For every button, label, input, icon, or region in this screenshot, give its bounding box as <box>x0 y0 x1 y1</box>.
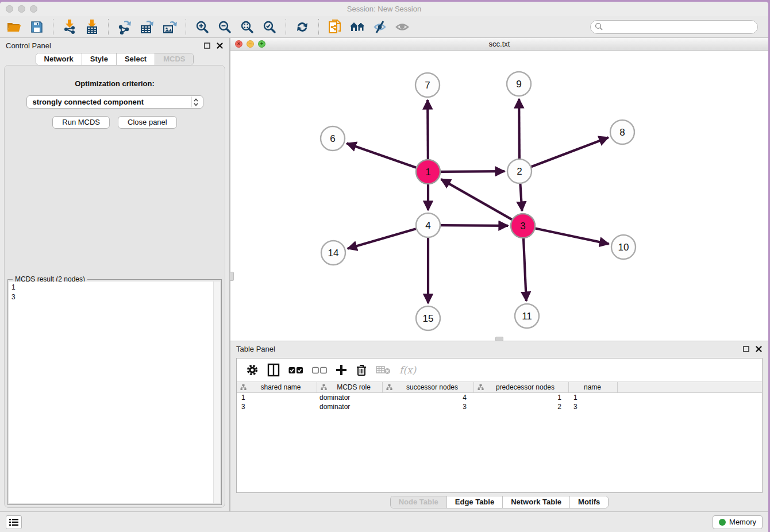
graph-node-4[interactable]: 4 <box>416 213 440 237</box>
tab-network[interactable]: Network <box>36 53 82 65</box>
graph-node-9[interactable]: 9 <box>507 72 531 96</box>
graph-node-10[interactable]: 10 <box>611 235 636 259</box>
horizontal-splitter-handle[interactable] <box>495 337 503 341</box>
cell-predecessor-nodes[interactable]: 1 <box>474 393 569 402</box>
graph-edge-4-3[interactable] <box>441 225 508 226</box>
open-session-icon[interactable] <box>6 19 23 35</box>
graph-edge-2-3[interactable] <box>520 184 522 211</box>
graph-edge-3-10[interactable] <box>536 229 609 244</box>
tab-mcds[interactable]: MCDS <box>155 53 193 65</box>
toggle-column-panel-icon[interactable] <box>267 363 280 377</box>
graph-edge-2-8[interactable] <box>532 137 609 167</box>
network-graph[interactable]: 7968124310141511 <box>230 51 765 341</box>
run-mcds-button[interactable]: Run MCDS <box>52 116 110 129</box>
tab-network-table[interactable]: Network Table <box>502 496 569 508</box>
cell-name[interactable]: 3 <box>569 402 618 411</box>
optimization-criterion-select[interactable]: strongly connected component <box>26 95 203 109</box>
cell-successor-nodes[interactable]: 3 <box>383 402 474 411</box>
graph-node-8[interactable]: 8 <box>610 120 634 144</box>
hide-graphics-details-icon[interactable] <box>371 19 388 35</box>
table-row[interactable]: 3 dominator 3 2 3 <box>237 402 762 411</box>
graph-node-7[interactable]: 7 <box>415 73 440 97</box>
flatten-icon <box>240 384 247 390</box>
optimization-criterion-label: Optimization criterion: <box>5 79 225 88</box>
graph-edge-4-14[interactable] <box>348 229 416 249</box>
graph-edge-2-9[interactable] <box>519 99 519 159</box>
table-toolbar: f(x) <box>237 358 762 381</box>
delete-column-icon[interactable] <box>356 364 367 376</box>
table-row[interactable]: 1 dominator 4 1 1 <box>237 393 762 402</box>
cell-successor-nodes[interactable]: 4 <box>383 393 474 402</box>
toolbar-separator <box>108 19 109 35</box>
table-settings-gear-icon[interactable] <box>246 364 259 376</box>
content-area: Control Panel Network Style Select MCDS <box>0 38 768 511</box>
export-image-icon[interactable] <box>161 19 178 35</box>
select-all-columns-icon[interactable] <box>288 367 303 374</box>
graph-edge-1-6[interactable] <box>347 144 417 168</box>
graph-node-15[interactable]: 15 <box>416 306 440 330</box>
control-panel-header: Control Panel <box>0 38 229 53</box>
memory-button[interactable]: Memory <box>713 515 763 529</box>
float-panel-icon[interactable] <box>203 41 211 49</box>
mcds-result-text[interactable]: 1 3 <box>9 282 213 503</box>
graph-node-11[interactable]: 11 <box>515 304 539 328</box>
tab-select[interactable]: Select <box>116 53 155 65</box>
export-table-icon[interactable] <box>138 19 156 35</box>
task-history-button[interactable] <box>6 515 22 529</box>
node-table-container: f(x) shared name MCDS role <box>236 358 763 493</box>
graph-node-1[interactable]: 1 <box>416 160 440 184</box>
cell-shared-name[interactable]: 3 <box>237 402 317 411</box>
zoom-selected-icon[interactable] <box>261 19 278 35</box>
svg-text:11: 11 <box>522 311 532 322</box>
column-header-mcds-role[interactable]: MCDS role <box>317 382 383 392</box>
tab-node-table[interactable]: Node Table <box>391 496 446 508</box>
column-header-shared-name[interactable]: shared name <box>237 382 317 392</box>
cell-mcds-role[interactable]: dominator <box>317 402 383 411</box>
mcds-panel: Optimization criterion: strongly connect… <box>4 65 225 508</box>
graph-node-3[interactable]: 3 <box>511 214 535 238</box>
cell-mcds-role[interactable]: dominator <box>317 393 383 402</box>
create-column-icon[interactable] <box>336 364 347 376</box>
graph-edge-3-11[interactable] <box>523 238 526 301</box>
zoom-out-icon[interactable] <box>216 19 233 35</box>
column-header-name[interactable]: name <box>569 382 618 392</box>
network-view-window: × – + scc.txt 7968124310141511 <box>230 38 768 341</box>
result-scrollbar[interactable] <box>213 282 220 503</box>
node-table: shared name MCDS role successor nodes <box>237 381 762 411</box>
cell-predecessor-nodes[interactable]: 2 <box>474 402 569 411</box>
close-panel-button[interactable]: Close panel <box>118 116 177 129</box>
save-session-icon[interactable] <box>28 19 45 35</box>
tab-edge-table[interactable]: Edge Table <box>446 496 502 508</box>
graph-node-6[interactable]: 6 <box>321 126 345 151</box>
refresh-icon[interactable] <box>294 19 311 35</box>
vertical-splitter-handle[interactable] <box>229 272 234 281</box>
close-table-panel-icon[interactable] <box>754 345 763 353</box>
zoom-in-icon[interactable] <box>194 19 211 35</box>
list-icon <box>9 518 18 526</box>
svg-text:7: 7 <box>425 80 430 91</box>
cell-name[interactable]: 1 <box>569 393 618 402</box>
tab-motifs[interactable]: Motifs <box>569 496 608 508</box>
deselect-all-columns-icon[interactable] <box>312 367 327 374</box>
export-network-icon[interactable] <box>116 19 133 35</box>
graph-edge-1-2[interactable] <box>441 171 505 172</box>
graph-edge-1-7[interactable] <box>428 100 428 159</box>
clone-network-icon[interactable] <box>326 19 344 35</box>
float-table-panel-icon[interactable] <box>742 345 750 353</box>
home-icon[interactable] <box>349 19 366 35</box>
import-network-icon[interactable] <box>61 19 78 35</box>
column-header-successor-nodes[interactable]: successor nodes <box>383 382 474 392</box>
graph-node-2[interactable]: 2 <box>507 159 532 183</box>
graph-node-14[interactable]: 14 <box>321 241 345 265</box>
graph-edge-3-1[interactable] <box>441 179 512 219</box>
zoom-fit-icon[interactable] <box>238 19 256 35</box>
import-table-icon[interactable] <box>83 19 101 35</box>
search-input[interactable] <box>603 22 757 32</box>
network-canvas[interactable]: 7968124310141511 <box>230 51 768 341</box>
tab-style[interactable]: Style <box>82 53 116 65</box>
close-panel-icon[interactable] <box>215 41 224 49</box>
column-header-predecessor-nodes[interactable]: predecessor nodes <box>474 382 569 392</box>
cell-shared-name[interactable]: 1 <box>237 393 317 402</box>
table-header-row: shared name MCDS role successor nodes <box>237 382 762 393</box>
memory-label: Memory <box>729 518 756 526</box>
